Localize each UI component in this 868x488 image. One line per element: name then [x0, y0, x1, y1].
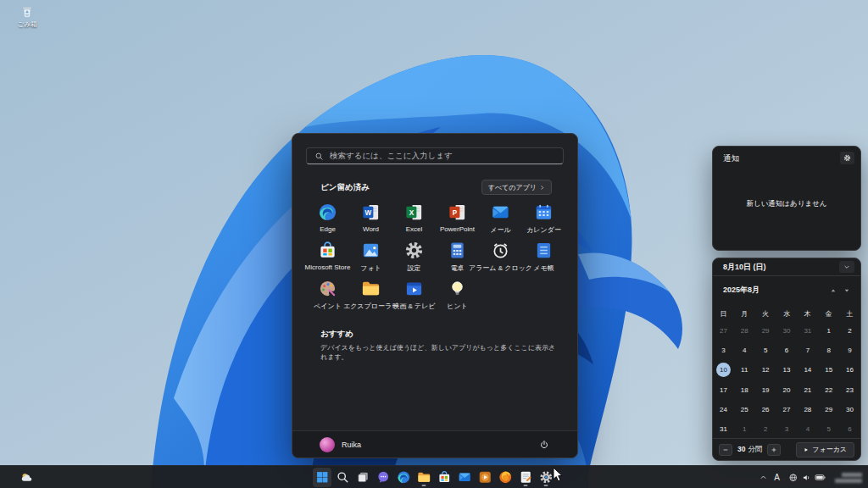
calendar-day[interactable]: 29: [755, 321, 776, 341]
calendar-day[interactable]: 14: [797, 360, 818, 380]
calendar-day-number: 29: [762, 327, 770, 335]
taskbar-notepad-button[interactable]: [516, 468, 535, 487]
focus-start-button[interactable]: フォーカス: [796, 442, 854, 458]
calendar-day[interactable]: 20: [776, 380, 798, 400]
all-apps-button[interactable]: すべてのアプリ: [481, 180, 552, 195]
pinned-app-photos[interactable]: フォト: [349, 237, 392, 275]
pinned-app-mail[interactable]: メール: [479, 199, 522, 237]
taskbar-widgets-button[interactable]: [10, 468, 42, 487]
running-indicator: [544, 485, 548, 487]
pinned-app-tips[interactable]: ヒント: [436, 275, 479, 313]
calendar-day[interactable]: 4: [734, 341, 755, 360]
calendar-day[interactable]: 8: [818, 341, 839, 360]
taskbar-search-button[interactable]: [333, 468, 352, 487]
taskbar-task-view-button[interactable]: [353, 468, 372, 487]
recycle-bin-desktop-icon[interactable]: ごみ箱: [10, 5, 44, 29]
word-icon: W: [361, 202, 381, 222]
calendar-day[interactable]: 28: [734, 321, 755, 341]
chevron-up-icon: [760, 474, 767, 481]
notification-settings-button[interactable]: [840, 152, 854, 164]
pinned-app-label: Word: [363, 225, 379, 233]
calendar-day[interactable]: 28: [797, 400, 818, 419]
focus-plus-button[interactable]: [767, 444, 781, 456]
power-button[interactable]: [535, 435, 554, 454]
start-search-input[interactable]: 検索するには、ここに入力します: [306, 147, 564, 164]
focus-minutes-unit: 分間: [748, 445, 762, 455]
taskbar-file-explorer-button[interactable]: [415, 468, 433, 487]
calendar-day[interactable]: 30: [776, 321, 798, 341]
calendar-day[interactable]: 30: [839, 400, 860, 419]
calendar-day[interactable]: 5: [755, 341, 776, 360]
tray-overflow-button[interactable]: [757, 468, 770, 487]
calendar-day-selected[interactable]: 10: [713, 360, 734, 380]
calendar-next-month-button[interactable]: [840, 286, 854, 296]
calendar-collapse-button[interactable]: [839, 261, 854, 273]
calendar-day[interactable]: 29: [818, 400, 839, 419]
calendar-day[interactable]: 7: [797, 341, 818, 360]
system-tray-button[interactable]: [784, 468, 830, 487]
taskbar-chat-button[interactable]: [374, 468, 392, 487]
calendar-day-number: 31: [720, 425, 727, 433]
focus-minus-button[interactable]: [719, 444, 732, 456]
pinned-app-label: PowerPoint: [440, 225, 475, 233]
calendar-day[interactable]: 13: [776, 360, 798, 380]
pinned-app-edge[interactable]: Edge: [306, 199, 349, 237]
pinned-app-alarms[interactable]: アラーム & クロック: [479, 237, 522, 275]
gear-icon: [843, 154, 851, 162]
taskbar-edge-button[interactable]: [394, 468, 413, 487]
calendar-day[interactable]: 26: [755, 400, 776, 419]
calendar-day[interactable]: 1: [818, 321, 839, 341]
calendar-day[interactable]: 3: [713, 341, 734, 360]
taskbar-media-button[interactable]: [476, 468, 494, 487]
pinned-app-store[interactable]: Microsoft Store: [306, 237, 349, 275]
taskbar-store-button[interactable]: [435, 468, 453, 487]
clock-redacted[interactable]: [830, 468, 865, 487]
calendar-day[interactable]: 12: [755, 360, 776, 380]
calendar-day[interactable]: 16: [839, 360, 860, 380]
calendar-prev-month-button[interactable]: [826, 286, 840, 296]
calendar-day[interactable]: 25: [734, 400, 755, 419]
calendar-day[interactable]: 1: [734, 419, 755, 439]
calendar-day[interactable]: 19: [755, 380, 776, 400]
calendar-day[interactable]: 3: [776, 419, 798, 439]
calendar-day[interactable]: 18: [734, 380, 755, 400]
calendar-day[interactable]: 15: [818, 360, 839, 380]
notification-empty-text: 新しい通知はありません: [713, 199, 860, 209]
pinned-app-powerpoint[interactable]: PPowerPoint: [436, 199, 479, 237]
calendar-day[interactable]: 24: [713, 400, 734, 419]
taskbar-start-button[interactable]: [313, 468, 331, 487]
calendar-day[interactable]: 22: [818, 380, 839, 400]
calendar-day[interactable]: 11: [734, 360, 755, 380]
calendar-day[interactable]: 17: [713, 380, 734, 400]
ime-mode-button[interactable]: A: [770, 468, 784, 487]
pinned-app-label: エクスプローラー: [343, 302, 398, 311]
calendar-day-number: 1: [743, 425, 746, 433]
pinned-app-settings[interactable]: 設定: [392, 237, 436, 275]
calendar-day[interactable]: 31: [713, 419, 734, 439]
calendar-flyout: 8月10日 (日) 2025年8月 日月火水木金土 27282930311234…: [712, 258, 861, 461]
weekday-label: 火: [762, 309, 769, 319]
calendar-day[interactable]: 31: [797, 321, 818, 341]
calendar-day-number: 18: [741, 386, 748, 394]
calendar-day[interactable]: 27: [776, 400, 798, 419]
calendar-day[interactable]: 27: [713, 321, 734, 341]
calendar-day[interactable]: 5: [818, 419, 839, 439]
taskbar-mail-button[interactable]: [455, 468, 474, 487]
calendar-day[interactable]: 9: [839, 341, 860, 360]
calendar-day[interactable]: 23: [839, 380, 860, 400]
calendar-day[interactable]: 6: [776, 341, 798, 360]
pinned-app-word[interactable]: WWord: [349, 199, 392, 237]
pinned-app-notepad[interactable]: メモ帳: [522, 237, 565, 275]
user-account-button[interactable]: Ruika: [320, 437, 361, 452]
pinned-app-explorer[interactable]: エクスプローラー: [349, 275, 392, 313]
calendar-day[interactable]: 6: [839, 419, 860, 439]
pinned-app-movies[interactable]: 映画 & テレビ: [392, 275, 436, 313]
taskbar-firefox-button[interactable]: [496, 468, 515, 487]
explorer-icon: [361, 279, 381, 298]
calendar-day[interactable]: 4: [797, 419, 818, 439]
pinned-app-excel[interactable]: XExcel: [392, 199, 436, 237]
calendar-day[interactable]: 2: [755, 419, 776, 439]
calendar-day[interactable]: 21: [797, 380, 818, 400]
calendar-day[interactable]: 2: [839, 321, 860, 341]
pinned-app-calendar[interactable]: カレンダー: [522, 199, 565, 237]
